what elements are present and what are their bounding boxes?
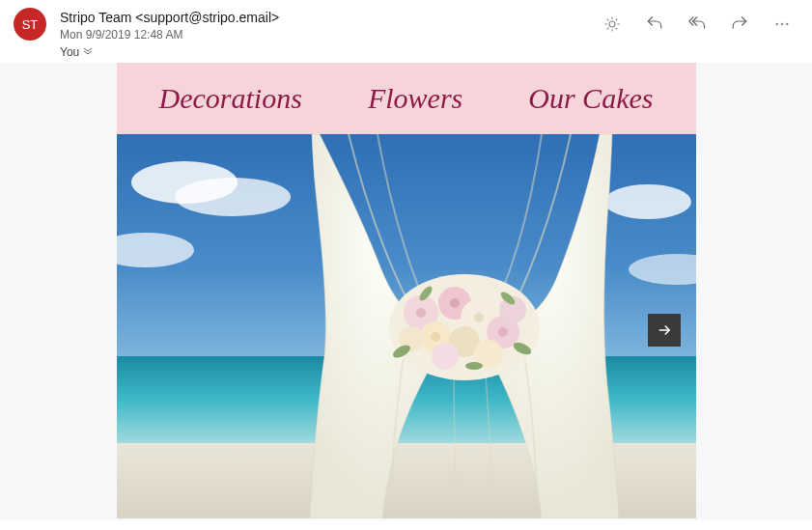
avatar: ST — [14, 8, 46, 41]
svg-line-6 — [616, 28, 618, 30]
chevron-down-icon — [83, 46, 93, 58]
svg-point-9 — [776, 23, 778, 25]
sender-block: Stripo Team <support@stripo.email> Mon 9… — [60, 8, 602, 59]
svg-point-36 — [416, 308, 426, 318]
nav-decorations[interactable]: Decorations — [159, 82, 302, 115]
nav-cakes[interactable]: Our Cakes — [528, 82, 653, 115]
forward-icon[interactable] — [729, 14, 750, 35]
svg-point-35 — [465, 362, 483, 370]
svg-line-5 — [607, 19, 609, 21]
message-body: Decorations Flowers Our Cakes — [0, 63, 812, 520]
reply-icon[interactable] — [644, 14, 665, 35]
svg-point-37 — [450, 298, 460, 308]
svg-point-0 — [609, 21, 615, 27]
sun-icon[interactable] — [602, 14, 623, 35]
sender-line: Stripo Team <support@stripo.email> — [60, 9, 602, 26]
svg-point-38 — [498, 327, 508, 337]
svg-line-7 — [607, 28, 609, 30]
date-line: Mon 9/9/2019 12:48 AM — [60, 28, 602, 42]
hero-image — [117, 134, 696, 518]
email-content: Decorations Flowers Our Cakes — [117, 63, 696, 520]
svg-point-14 — [175, 178, 291, 216]
svg-line-8 — [616, 19, 618, 21]
nav-flowers[interactable]: Flowers — [368, 82, 462, 115]
email-nav-bar: Decorations Flowers Our Cakes — [117, 63, 696, 134]
image-focus-arrow[interactable] — [648, 314, 681, 347]
reply-all-icon[interactable] — [686, 14, 708, 35]
svg-point-10 — [781, 23, 783, 25]
message-actions — [602, 8, 798, 35]
recipient-label: You — [60, 45, 79, 59]
svg-point-27 — [432, 343, 459, 370]
svg-point-39 — [474, 313, 484, 322]
svg-point-16 — [604, 184, 691, 219]
recipient-line[interactable]: You — [60, 45, 602, 59]
message-header: ST Stripo Team <support@stripo.email> Mo… — [0, 0, 812, 63]
svg-point-11 — [786, 23, 788, 25]
more-actions-icon[interactable] — [771, 14, 793, 35]
svg-point-40 — [431, 332, 440, 342]
